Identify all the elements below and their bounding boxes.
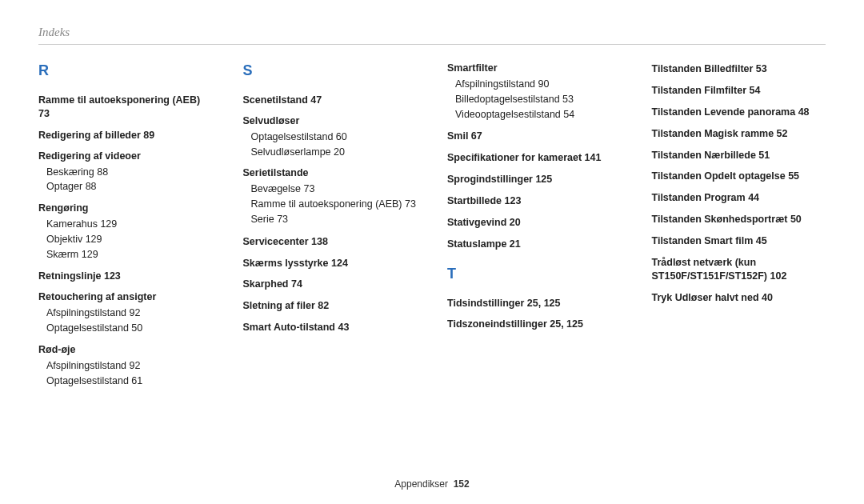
- index-entry: Servicecenter 138: [243, 235, 418, 249]
- index-entry: Retningslinje 123: [38, 270, 213, 283]
- index-sub: Kamerahus 129: [46, 217, 213, 232]
- index-sub-list: Optagelsestilstand 60 Selvudløserlampe 2…: [251, 130, 418, 160]
- index-sub-list: Afspilningstilstand 92 Optagelsestilstan…: [46, 358, 213, 389]
- index-entry: Ramme til autoeksponering (AEB) 73: [38, 94, 213, 121]
- index-sub: Ramme til autoeksponering (AEB) 73: [251, 197, 418, 212]
- index-sub: Optagelsestilstand 50: [46, 321, 213, 336]
- index-sub-list: Bevægelse 73 Ramme til autoeksponering (…: [251, 182, 418, 226]
- col-4: Tilstanden Billedfilter 53 Tilstanden Fi…: [652, 62, 826, 396]
- index-entry: Statuslampe 21: [447, 238, 622, 251]
- index-entry-head: Smartfilter: [447, 62, 622, 74]
- index-entry-head: Rød-øje: [38, 344, 213, 355]
- index-entry: Tryk Udløser halvt ned 40: [652, 291, 826, 305]
- index-sub: Objektiv 129: [46, 232, 213, 247]
- index-entry-head: Redigering af videoer: [38, 150, 213, 162]
- index-columns: R Ramme til autoeksponering (AEB) 73 Red…: [38, 62, 826, 396]
- index-sub: Billedoptagelsestilstand 53: [455, 92, 622, 107]
- index-sub-list: Afspilningstilstand 90 Billedoptagelsest…: [455, 77, 622, 122]
- index-entry: Smil 67: [447, 130, 622, 143]
- index-sub-list: Beskæring 88 Optager 88: [46, 165, 213, 195]
- index-sub: Afspilningstilstand 92: [46, 358, 213, 374]
- index-entry: Scenetilstand 47: [243, 94, 418, 107]
- index-entry-head: Retouchering af ansigter: [38, 291, 213, 302]
- index-entry: Tilstanden Levende panorama 48: [652, 106, 826, 119]
- index-entry: Redigering af billeder 89: [38, 129, 213, 142]
- index-entry: Tilstanden Magisk ramme 52: [652, 127, 826, 141]
- header-rule: [38, 44, 826, 45]
- page-footer: Appendikser 152: [0, 478, 864, 490]
- index-entry-head: Serietilstande: [243, 167, 418, 178]
- index-sub: Selvudløserlampe 20: [251, 145, 418, 160]
- index-entry: Sletning af filer 82: [243, 299, 418, 313]
- index-entry: Tilstanden Skønhedsportræt 50: [652, 213, 826, 226]
- index-entry: Trådløst netværk (kun ST150F/ST151F/ST15…: [652, 256, 826, 283]
- index-entry: Specifikationer for kameraet 141: [447, 151, 622, 165]
- index-sub-list: Afspilningstilstand 92 Optagelsestilstan…: [46, 306, 213, 336]
- footer-label: Appendikser: [394, 478, 448, 490]
- index-sub: Optagelsestilstand 60: [251, 130, 418, 145]
- index-sub: Optager 88: [46, 179, 213, 194]
- index-entry: Tilstanden Smart film 45: [652, 234, 826, 248]
- index-entry: Stativgevind 20: [447, 216, 622, 230]
- col-2: S Scenetilstand 47 Selvudløser Optagelse…: [243, 62, 418, 396]
- index-sub-list: Kamerahus 129 Objektiv 129 Skærm 129: [46, 217, 213, 262]
- letter-R: R: [38, 62, 213, 79]
- index-entry: Tilstanden Program 44: [652, 191, 826, 205]
- index-entry: Tidszoneindstillinger 25, 125: [447, 318, 622, 331]
- letter-S: S: [243, 62, 418, 79]
- index-entry: Skarphed 74: [243, 278, 418, 291]
- index-entry: Tilstanden Nærbillede 51: [652, 149, 826, 162]
- index-entry: Tilstanden Billedfilter 53: [652, 62, 826, 76]
- index-sub: Beskæring 88: [46, 165, 213, 180]
- index-entry: Startbillede 123: [447, 194, 622, 208]
- col-1: R Ramme til autoeksponering (AEB) 73 Red…: [38, 62, 213, 396]
- index-sub: Skærm 129: [46, 247, 213, 262]
- footer-page-number: 152: [454, 478, 470, 490]
- index-entry: Tilstanden Opdelt optagelse 55: [652, 170, 826, 183]
- index-sub: Afspilningstilstand 92: [46, 306, 213, 321]
- index-sub: Bevægelse 73: [251, 182, 418, 197]
- col-3: Smartfilter Afspilningstilstand 90 Bille…: [447, 62, 622, 396]
- index-entry: Skærms lysstyrke 124: [243, 257, 418, 270]
- index-sub: Afspilningstilstand 90: [455, 77, 622, 92]
- page-header: Indeks: [38, 26, 826, 39]
- index-entry: Sprogindstillinger 125: [447, 173, 622, 186]
- index-sub: Optagelsestilstand 61: [46, 374, 213, 389]
- index-entry: Tidsindstillinger 25, 125: [447, 297, 622, 310]
- index-entry: Smart Auto-tilstand 43: [243, 321, 418, 334]
- index-sub: Videooptagelsestilstand 54: [455, 107, 622, 122]
- letter-T: T: [447, 266, 622, 282]
- index-entry-head: Selvudløser: [243, 115, 418, 126]
- index-entry: Tilstanden Filmfilter 54: [652, 84, 826, 98]
- index-entry-head: Rengøring: [38, 202, 213, 214]
- index-sub: Serie 73: [251, 212, 418, 227]
